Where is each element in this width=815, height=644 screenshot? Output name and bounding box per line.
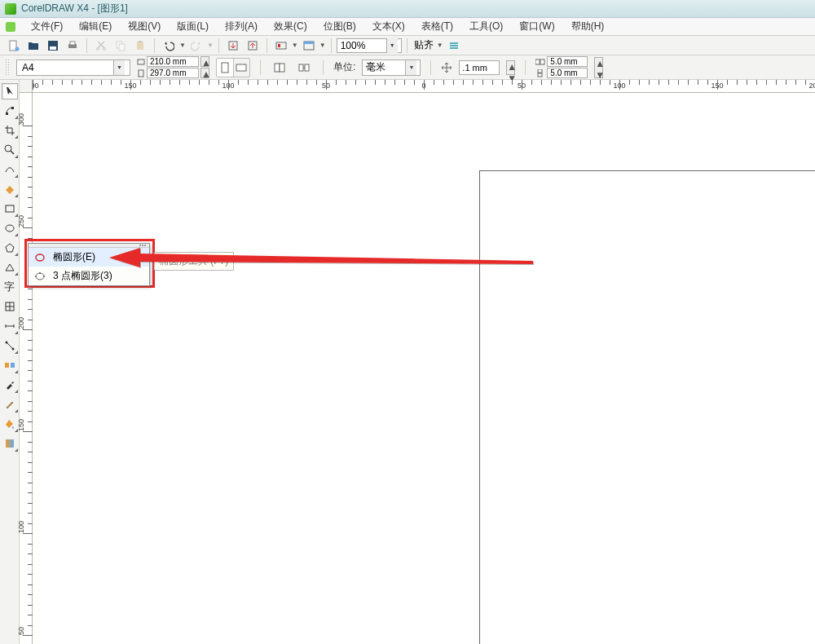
- redo-dropdown[interactable]: ▼: [207, 42, 214, 49]
- nudge-input[interactable]: [459, 60, 500, 75]
- chevron-down-icon[interactable]: ▼: [405, 60, 416, 75]
- svg-rect-16: [278, 44, 280, 47]
- interactive-fill-tool[interactable]: [2, 435, 18, 452]
- zoom-tool[interactable]: [2, 142, 18, 158]
- welcome-button[interactable]: [300, 37, 318, 54]
- undo-dropdown[interactable]: ▼: [179, 42, 186, 49]
- menu-tools[interactable]: 工具(O): [461, 18, 511, 35]
- menu-arrange[interactable]: 排列(A): [217, 18, 266, 35]
- menu-text[interactable]: 文本(X): [364, 18, 413, 35]
- page-height-input[interactable]: [147, 68, 199, 78]
- options-button[interactable]: [445, 37, 463, 54]
- svg-rect-15: [276, 42, 286, 49]
- freehand-tool[interactable]: [2, 161, 18, 178]
- ellipse-flyout: 椭圆形(E) 3 点椭圆形(3): [28, 243, 150, 286]
- undo-button[interactable]: [160, 37, 178, 54]
- menu-table[interactable]: 表格(T): [413, 18, 461, 35]
- vertical-ruler[interactable]: 30025020015010050: [20, 93, 33, 644]
- dup-x-icon: [535, 58, 545, 66]
- zoom-select[interactable]: 100% ▼: [337, 38, 402, 53]
- basic-shapes-tool[interactable]: [2, 259, 18, 276]
- toolbar-separator: [267, 38, 267, 53]
- pages-flow-button[interactable]: [295, 60, 313, 76]
- unit-select[interactable]: 毫米 ▼: [362, 60, 421, 76]
- horizontal-ruler[interactable]: 20015010050050100150200: [33, 80, 815, 93]
- width-spinner[interactable]: ▲▼: [200, 56, 209, 67]
- menu-effects[interactable]: 效果(C): [266, 18, 315, 35]
- new-button[interactable]: [5, 37, 23, 54]
- height-spinner[interactable]: ▲▼: [200, 68, 209, 78]
- dup-y-input[interactable]: [547, 68, 588, 78]
- nudge-spinner[interactable]: ▲▼: [506, 60, 515, 75]
- window-title: CorelDRAW X4 - [图形1]: [21, 2, 128, 15]
- chevron-down-icon[interactable]: ▼: [386, 38, 398, 53]
- svg-rect-24: [280, 64, 284, 72]
- text-tool[interactable]: 字: [2, 279, 18, 295]
- dimension-tool[interactable]: [2, 318, 18, 334]
- rectangle-tool[interactable]: [2, 201, 18, 217]
- snap-dropdown[interactable]: ▼: [437, 42, 443, 49]
- svg-rect-27: [535, 60, 540, 64]
- app-launcher-dropdown[interactable]: ▼: [292, 42, 298, 49]
- open-button[interactable]: [24, 37, 42, 54]
- save-button[interactable]: [44, 37, 62, 54]
- fill-tool[interactable]: [2, 416, 18, 432]
- flyout-item-ellipse[interactable]: 椭圆形(E): [29, 248, 149, 267]
- print-button[interactable]: [64, 37, 82, 54]
- chevron-down-icon[interactable]: ▼: [113, 60, 125, 75]
- smart-fill-tool[interactable]: [2, 181, 18, 197]
- toolbar-grip[interactable]: [5, 59, 10, 77]
- svg-rect-4: [50, 46, 56, 50]
- welcome-dropdown[interactable]: ▼: [319, 42, 326, 49]
- cut-button[interactable]: [92, 37, 110, 54]
- menu-layout[interactable]: 版面(L): [169, 18, 217, 35]
- table-tool[interactable]: [2, 298, 18, 315]
- svg-point-43: [36, 273, 44, 280]
- title-bar: CorelDRAW X4 - [图形1]: [0, 0, 815, 18]
- width-icon: [137, 58, 145, 66]
- dup-spinner[interactable]: ▲▼: [594, 57, 603, 78]
- svg-rect-23: [275, 64, 280, 72]
- paste-button[interactable]: [131, 37, 149, 54]
- svg-rect-32: [11, 107, 14, 109]
- page-width-input[interactable]: [147, 56, 199, 67]
- standard-toolbar: ▼ ▼ ▼ ▼ 100% ▼ 贴齐 ▼: [0, 36, 815, 55]
- export-button[interactable]: [244, 37, 262, 54]
- menu-file[interactable]: 文件(F): [23, 18, 71, 35]
- height-icon: [137, 69, 145, 77]
- canvas[interactable]: [33, 93, 815, 644]
- connector-tool[interactable]: [2, 337, 18, 354]
- outline-tool[interactable]: [2, 396, 18, 412]
- eyedropper-tool[interactable]: [2, 377, 18, 393]
- paper-size-select[interactable]: A4 ▼: [16, 60, 130, 76]
- menu-view[interactable]: 视图(V): [120, 18, 169, 35]
- redo-button[interactable]: [187, 37, 205, 54]
- pages-button[interactable]: [271, 60, 289, 76]
- import-button[interactable]: [224, 37, 242, 54]
- portrait-button[interactable]: [217, 59, 234, 77]
- shape-tool[interactable]: [2, 103, 18, 119]
- unit-value: 毫米: [366, 60, 385, 74]
- toolbar-separator: [86, 38, 87, 53]
- ruler-corner[interactable]: [20, 80, 33, 93]
- menu-window[interactable]: 窗口(W): [511, 18, 562, 35]
- tooltip-text: 椭圆形工具 (F7): [159, 255, 228, 267]
- landscape-button[interactable]: [234, 59, 250, 77]
- app-launcher-button[interactable]: [272, 37, 290, 54]
- flyout-item-label: 3 点椭圆形(3): [53, 269, 112, 283]
- interactive-blend-tool[interactable]: [2, 357, 18, 373]
- work-area: 20015010050050100150200 3002502001501005…: [20, 80, 815, 644]
- polygon-tool[interactable]: [2, 240, 18, 256]
- flyout-item-3point-ellipse[interactable]: 3 点椭圆形(3): [29, 267, 149, 285]
- svg-rect-11: [137, 42, 143, 50]
- crop-tool[interactable]: [2, 122, 18, 139]
- menu-edit[interactable]: 编辑(E): [71, 18, 120, 35]
- dup-x-input[interactable]: [547, 56, 588, 67]
- menu-help[interactable]: 帮助(H): [563, 18, 613, 35]
- paper-size-value: A4: [22, 62, 34, 73]
- copy-button[interactable]: [112, 37, 130, 54]
- app-menu-icon[interactable]: [3, 20, 18, 33]
- pick-tool[interactable]: [2, 83, 18, 99]
- ellipse-tool[interactable]: [2, 220, 18, 236]
- menu-bitmap[interactable]: 位图(B): [315, 18, 364, 35]
